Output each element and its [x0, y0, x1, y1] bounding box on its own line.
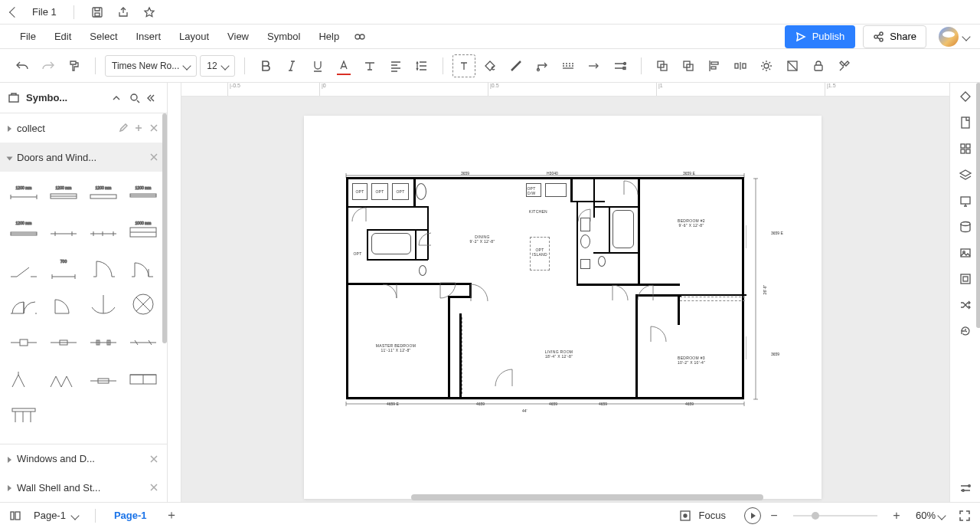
bring-front-button[interactable]	[677, 54, 700, 77]
spacing-button[interactable]	[410, 54, 433, 77]
menu-edit[interactable]: Edit	[45, 25, 80, 48]
shape-thumb[interactable]	[46, 288, 81, 320]
save-icon[interactable]	[91, 6, 103, 18]
font-size-combo[interactable]: 12	[200, 55, 235, 77]
format-painter-button[interactable]	[63, 54, 86, 77]
shape-thumb[interactable]	[86, 288, 121, 320]
page-select[interactable]: Page-1	[29, 510, 83, 521]
collapse-up-icon[interactable]	[110, 92, 122, 104]
arrow-style-button[interactable]	[583, 54, 606, 77]
shape-thumb[interactable]	[6, 251, 41, 284]
collapse-panel-icon[interactable]	[147, 92, 159, 104]
send-back-button[interactable]	[651, 54, 674, 77]
align-button[interactable]	[384, 54, 407, 77]
line-style-button[interactable]	[557, 54, 580, 77]
share-button[interactable]: Share	[863, 25, 926, 48]
shape-thumb[interactable]	[126, 325, 161, 357]
fill-panel-icon[interactable]	[958, 89, 973, 104]
menu-insert[interactable]: Insert	[127, 25, 171, 48]
play-button[interactable]	[744, 507, 761, 524]
history-panel-icon[interactable]	[958, 323, 973, 339]
clear-format-button[interactable]	[358, 54, 381, 77]
shape-thumb[interactable]: 1200 mm	[6, 215, 41, 247]
shape-thumb[interactable]	[46, 325, 81, 357]
add-icon[interactable]	[133, 123, 144, 133]
fullscreen-button[interactable]	[959, 510, 971, 522]
bold-button[interactable]	[254, 54, 277, 77]
more-panel-icon[interactable]	[958, 480, 973, 496]
page[interactable]: 3659 H3040 3659 E	[304, 116, 822, 499]
export-icon[interactable]	[117, 6, 129, 18]
star-icon[interactable]	[143, 6, 155, 18]
section-wall-shell[interactable]: Wall Shell and St...	[0, 473, 167, 502]
lock-button[interactable]	[807, 54, 830, 77]
publish-button[interactable]: Publish	[785, 25, 856, 48]
page-panel-icon[interactable]	[958, 115, 973, 130]
floor-plan[interactable]: OPT OPT OPT OPT OPT D/W KITCHEN DINING9'…	[346, 177, 744, 399]
close-icon[interactable]	[149, 454, 159, 464]
text-tool-button[interactable]	[452, 54, 475, 77]
add-page-button[interactable]: ＋	[161, 507, 182, 523]
redo-button[interactable]	[37, 54, 60, 77]
shape-thumb[interactable]: 1200 mm	[6, 178, 41, 210]
crop-button[interactable]	[781, 54, 804, 77]
shape-thumb[interactable]: 700	[46, 251, 81, 284]
zoom-out-button[interactable]: −	[769, 509, 779, 523]
align-left-obj-button[interactable]	[703, 54, 726, 77]
shape-thumb[interactable]	[6, 325, 41, 357]
shape-thumb[interactable]	[6, 362, 41, 394]
zoom-in-button[interactable]: +	[891, 509, 902, 523]
shape-thumb[interactable]: 1000 mm	[126, 215, 161, 247]
menu-select[interactable]: Select	[80, 25, 126, 48]
line-end-button[interactable]	[609, 54, 632, 77]
back-button[interactable]	[9, 6, 20, 17]
page-tab[interactable]: Page-1	[108, 510, 153, 521]
close-icon[interactable]	[149, 152, 159, 162]
canvas[interactable]: 3659 H3040 3659 E	[181, 97, 949, 502]
shape-thumb[interactable]	[6, 398, 41, 431]
line-color-button[interactable]	[505, 54, 528, 77]
shape-thumb[interactable]	[86, 362, 121, 394]
shape-thumb[interactable]: 1200 mm	[46, 178, 81, 210]
shape-thumb[interactable]	[86, 251, 121, 284]
menu-file[interactable]: File	[11, 25, 45, 48]
italic-button[interactable]	[280, 54, 303, 77]
shape-thumb[interactable]	[46, 215, 81, 247]
left-scrollbar[interactable]	[162, 113, 167, 502]
edit-icon[interactable]	[118, 123, 129, 133]
shape-thumb[interactable]	[126, 288, 161, 320]
shape-thumb[interactable]	[86, 325, 121, 357]
section-windows-doors[interactable]: Windows and D...	[0, 444, 167, 473]
focus-target-icon[interactable]	[679, 510, 691, 522]
menu-symbol[interactable]: Symbol	[258, 25, 309, 48]
search-icon[interactable]	[129, 92, 141, 104]
shape-thumb[interactable]: 1200 mm	[86, 178, 121, 210]
close-icon[interactable]	[149, 123, 159, 133]
menu-layout[interactable]: Layout	[170, 25, 218, 48]
horizontal-scrollbar[interactable]	[411, 494, 763, 500]
grid-panel-icon[interactable]	[958, 141, 973, 156]
outline-icon[interactable]	[9, 510, 21, 522]
tools-button[interactable]	[833, 54, 856, 77]
menu-view[interactable]: View	[218, 25, 258, 48]
font-family-combo[interactable]: Times New Ro...	[105, 55, 197, 77]
distribute-button[interactable]	[729, 54, 752, 77]
fill-color-button[interactable]	[479, 54, 501, 77]
underline-button[interactable]	[306, 54, 329, 77]
shape-thumb[interactable]	[86, 215, 121, 247]
shape-thumb[interactable]	[126, 362, 161, 394]
account-menu[interactable]	[939, 27, 969, 47]
effects-button[interactable]	[755, 54, 778, 77]
components-panel-icon[interactable]	[958, 271, 973, 287]
data-panel-icon[interactable]	[958, 219, 973, 234]
shape-thumb[interactable]	[6, 288, 41, 320]
undo-button[interactable]	[11, 54, 34, 77]
section-doors-windows[interactable]: Doors and Wind...	[0, 143, 167, 172]
shape-thumb[interactable]	[126, 251, 161, 284]
right-scrollbar[interactable]	[976, 83, 980, 474]
image-panel-icon[interactable]	[958, 245, 973, 261]
connector-button[interactable]	[531, 54, 554, 77]
preview-icon[interactable]	[353, 30, 367, 44]
zoom-slider[interactable]	[793, 515, 877, 517]
zoom-value[interactable]: 60%	[916, 510, 945, 521]
